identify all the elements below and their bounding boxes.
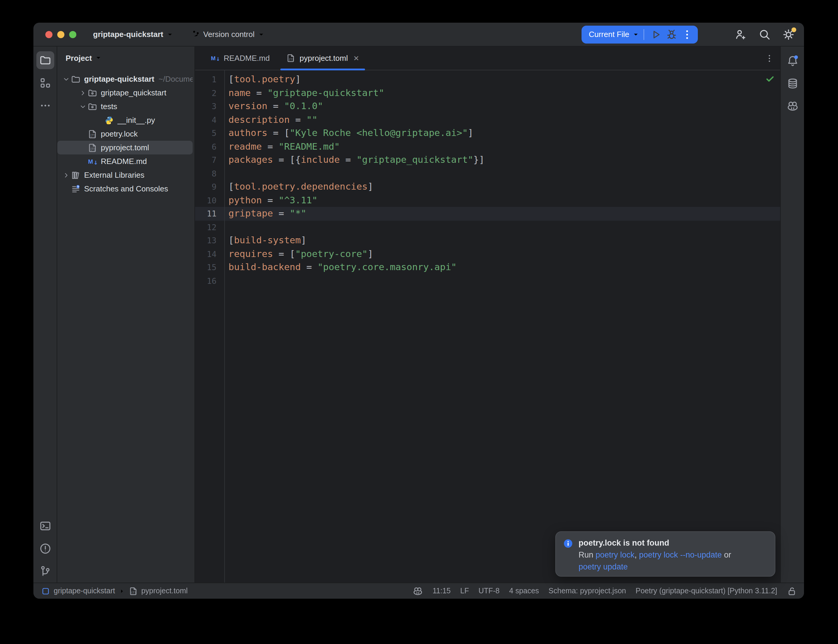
- notification-link-poetry-lock-no-update[interactable]: poetry lock --no-update: [639, 550, 722, 559]
- tool-stripe-branch-button[interactable]: [36, 562, 54, 580]
- tree-item-pyproject-toml[interactable]: [T]pyproject.toml: [57, 141, 193, 154]
- tool-stripe-folder-button[interactable]: [36, 51, 54, 69]
- tab-readme-md[interactable]: M↓README.md: [202, 46, 278, 70]
- code-line-15[interactable]: 15build-backend = "poetry.core.masonry.a…: [195, 261, 780, 274]
- database-icon: [786, 77, 799, 89]
- notification-link-poetry-lock[interactable]: poetry lock: [596, 550, 634, 559]
- search-everywhere-button[interactable]: [756, 26, 773, 43]
- ai-assistant-icon: [786, 100, 799, 112]
- notification-body: Run poetry lock, poetry lock --no-update…: [578, 549, 731, 572]
- debug-button[interactable]: [664, 26, 679, 42]
- status-item-4-spaces[interactable]: 4 spaces: [509, 587, 539, 595]
- line-number: 4: [195, 113, 224, 127]
- chevron-down-icon[interactable]: [62, 76, 69, 82]
- code-line-8[interactable]: 8: [195, 167, 780, 180]
- tool-stripe-problems-button[interactable]: [36, 540, 54, 557]
- code-line-6[interactable]: 6readme = "README.md": [195, 140, 780, 153]
- code-line-16[interactable]: 16: [195, 274, 780, 288]
- line-number: 10: [195, 194, 224, 207]
- run-config-selector[interactable]: Current File: [589, 30, 629, 39]
- status-item-11-15[interactable]: 11:15: [433, 587, 451, 595]
- code-line-7[interactable]: 7packages = [{include = "griptape_quicks…: [195, 153, 780, 167]
- tree-item-tests[interactable]: tests: [57, 100, 193, 113]
- status-item-lf[interactable]: LF: [460, 587, 469, 595]
- code-line-11[interactable]: 11griptape = "*": [195, 207, 780, 220]
- tree-item-griptape-quickstart[interactable]: griptape_quickstart: [57, 86, 193, 100]
- run-button[interactable]: [648, 26, 664, 42]
- line-number: 2: [195, 86, 224, 100]
- close-tab-icon[interactable]: ✕: [353, 54, 359, 62]
- play-icon: [650, 28, 662, 40]
- tree-item-readme-md[interactable]: M↓README.md: [57, 154, 193, 168]
- minimize-button[interactable]: [57, 31, 64, 38]
- folder-tree-icon: [71, 74, 81, 84]
- project-panel-header[interactable]: Project: [57, 49, 194, 67]
- svg-text:[T]: [T]: [90, 133, 95, 137]
- code-line-5[interactable]: 5authors = ["Kyle Roche <hello@griptape.…: [195, 127, 780, 140]
- code-line-13[interactable]: 13[build-system]: [195, 234, 780, 247]
- status-item-utf-8[interactable]: UTF-8: [478, 587, 500, 595]
- tree-item-init-py[interactable]: __init__.py: [57, 113, 193, 127]
- tree-item-griptape-quickstart[interactable]: griptape-quickstart~/Docume: [57, 72, 193, 86]
- code-line-14[interactable]: 14requires = ["poetry-core"]: [195, 247, 780, 261]
- tree-item-label: External Libraries: [84, 171, 145, 179]
- title-bar-right: Current File: [582, 25, 804, 43]
- code-line-9[interactable]: 9[tool.poetry.dependencies]: [195, 180, 780, 194]
- tool-stripe-more-button[interactable]: [36, 97, 54, 115]
- bug-icon: [665, 28, 677, 40]
- code-line-2[interactable]: 2name = "griptape-quickstart": [195, 86, 780, 100]
- notifications-bell-icon: [786, 55, 799, 67]
- line-number: 8: [195, 167, 224, 180]
- tree-item-external-libraries[interactable]: External Libraries: [57, 168, 193, 182]
- zoom-button[interactable]: [69, 31, 76, 38]
- version-control-menu[interactable]: Version control: [191, 30, 265, 39]
- code-with-me-button[interactable]: [733, 26, 749, 43]
- code-line-1[interactable]: 1[tool.poetry]: [195, 73, 780, 86]
- tool-stripe-ai-assistant-button[interactable]: [784, 97, 801, 115]
- chevron-right-icon[interactable]: [62, 171, 69, 179]
- tab-options-button[interactable]: [765, 46, 774, 70]
- code-line-12[interactable]: 12: [195, 220, 780, 234]
- libraries-icon: [71, 170, 81, 180]
- tool-stripe-terminal-button[interactable]: [36, 517, 54, 535]
- close-button[interactable]: [45, 31, 53, 38]
- status-widgets: 11:15LFUTF-84 spacesSchema: pyproject.js…: [413, 586, 804, 596]
- tool-stripe-database-button[interactable]: [784, 74, 801, 92]
- inspections-ok-icon[interactable]: [765, 74, 775, 84]
- project-tool-window: Project griptape-quickstart~/Documegript…: [57, 46, 195, 583]
- status-item-poetry-griptape-quickstart-python-3-11-2[interactable]: Poetry (griptape-quickstart) [Python 3.1…: [636, 587, 777, 595]
- tool-stripe-notifications-bell-button[interactable]: [784, 52, 801, 70]
- code-line-3[interactable]: 3version = "0.1.0": [195, 100, 780, 113]
- line-number: 6: [195, 140, 224, 153]
- tool-stripe-structure-button[interactable]: [36, 74, 54, 92]
- tree-item-scratches-and-consoles[interactable]: Scratches and Consoles: [57, 182, 193, 196]
- main-area: Project griptape-quickstart~/Documegript…: [33, 46, 804, 583]
- code-text: griptape = "*": [224, 207, 306, 220]
- breadcrumb-pyproject-toml[interactable]: pyproject.toml: [141, 587, 188, 595]
- tree-item-poetry-lock[interactable]: [T]poetry.lock: [57, 127, 193, 141]
- editor-body[interactable]: 1[tool.poetry]2name = "griptape-quicksta…: [195, 71, 780, 583]
- line-number: 12: [195, 220, 224, 234]
- notification-link-poetry-update[interactable]: poetry update: [578, 562, 628, 571]
- terminal-icon: [39, 520, 51, 532]
- run-more-options-button[interactable]: [679, 26, 695, 42]
- project-menu[interactable]: griptape-quickstart: [93, 30, 174, 39]
- chevron-right-icon[interactable]: [79, 89, 86, 96]
- tree-item-label: griptape_quickstart: [101, 88, 166, 97]
- status-item-schema-pyproject-json[interactable]: Schema: pyproject.json: [549, 587, 626, 595]
- tree-item-label: griptape-quickstart: [84, 74, 154, 84]
- breadcrumb-griptape-quickstart[interactable]: griptape-quickstart: [54, 587, 115, 595]
- line-number: 7: [195, 153, 224, 167]
- settings-button[interactable]: [780, 26, 797, 43]
- code-line-10[interactable]: 10python = "^3.11": [195, 194, 780, 207]
- traffic-lights: [45, 31, 76, 38]
- tab-pyproject-toml[interactable]: [T]pyproject.toml✕: [278, 46, 368, 70]
- toml-icon: [T]: [129, 586, 138, 595]
- unlock-icon[interactable]: [787, 586, 797, 596]
- ai-assistant-icon[interactable]: [413, 586, 423, 596]
- info-icon: [563, 539, 573, 549]
- project-panel-title: Project: [66, 53, 92, 62]
- chevron-down-icon[interactable]: [79, 103, 86, 110]
- code-line-4[interactable]: 4description = "": [195, 113, 780, 127]
- gutter-divider: [224, 71, 225, 583]
